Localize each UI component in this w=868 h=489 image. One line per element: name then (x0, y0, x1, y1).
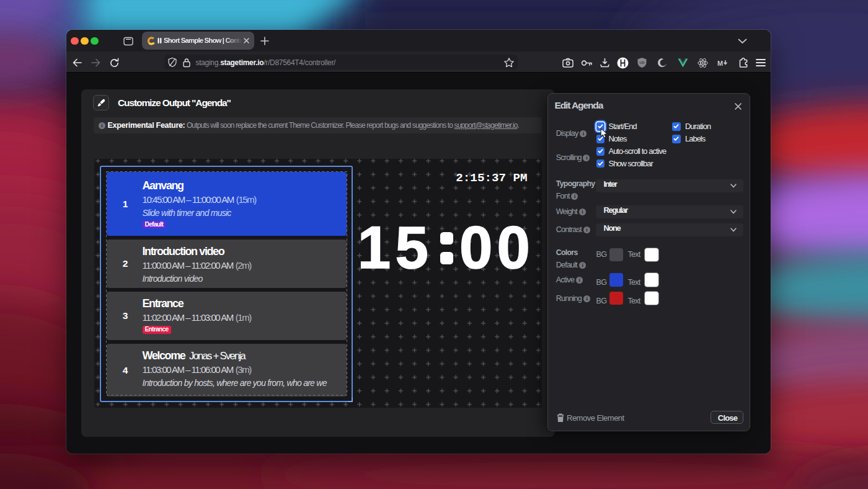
svg-text:UD: UD (639, 61, 644, 65)
svg-text:M: M (717, 59, 723, 66)
